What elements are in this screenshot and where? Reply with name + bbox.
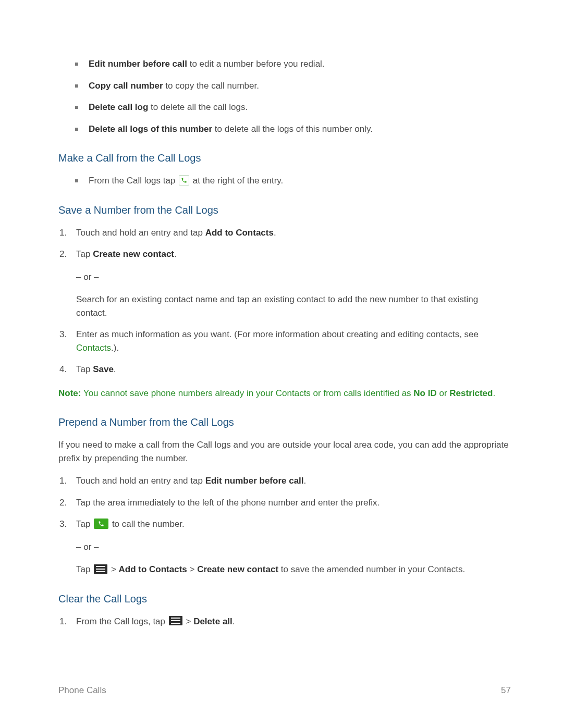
label-bold: Restricted [449, 388, 493, 398]
phone-handset-icon [179, 175, 189, 186]
text: Tap [76, 564, 93, 574]
text: You cannot save phone numbers already in… [81, 388, 413, 398]
text: Enter as much information as you want. (… [76, 329, 479, 339]
list-item: From the Call logs tap at the right of t… [74, 174, 511, 188]
list-item: Tap Create new contact. – or – Search fo… [59, 248, 511, 319]
menu-icon [169, 616, 182, 625]
label-bold: Edit number before call [205, 476, 304, 486]
list-item: Delete call log to delete all the call l… [74, 101, 511, 114]
list-item: Touch and hold an entry and tap Edit num… [59, 474, 511, 488]
clear-steps: From the Call logs, tap > Delete all. [59, 615, 511, 628]
label-bold: No ID [413, 388, 436, 398]
text: > [111, 564, 119, 574]
or-separator: – or – [76, 540, 511, 554]
label-rest: to delete all the logs of this number on… [212, 124, 373, 134]
text: Touch and hold an entry and tap [76, 228, 205, 238]
text: or [437, 388, 450, 398]
heading-make-call: Make a Call from the Call Logs [58, 150, 511, 166]
text: to call the number. [112, 519, 185, 529]
document-page: Edit number before call to edit a number… [0, 0, 563, 728]
label-bold: Delete all [193, 616, 232, 626]
heading-prepend: Prepend a Number from the Call Logs [58, 414, 511, 430]
prepend-steps: Touch and hold an entry and tap Edit num… [59, 474, 511, 576]
label-bold: Create new contact [93, 249, 174, 259]
text: .). [111, 343, 119, 353]
note-block: Note: You cannot save phone numbers alre… [58, 387, 511, 400]
text: Tap [76, 249, 93, 259]
list-item: From the Call logs, tap > Delete all. [59, 615, 511, 628]
text: From the Call logs, tap [76, 616, 168, 626]
make-call-steps: From the Call logs tap at the right of t… [74, 174, 511, 188]
list-item: Tap the area immediately to the left of … [59, 496, 511, 510]
list-item: Delete all logs of this number to delete… [74, 122, 511, 136]
list-item: Touch and hold an entry and tap Add to C… [59, 226, 511, 240]
note-label: Note: [58, 388, 81, 398]
list-item: Edit number before call to edit a number… [74, 57, 511, 71]
alt-description: Search for an existing contact name and … [76, 293, 511, 319]
label-bold: Delete call log [89, 102, 148, 112]
heading-clear: Clear the Call Logs [58, 591, 511, 607]
page-footer: Phone Calls 57 [58, 684, 511, 697]
text: > [187, 564, 197, 574]
label-bold: Delete all logs of this number [89, 124, 212, 134]
footer-section: Phone Calls [58, 684, 106, 697]
footer-page-number: 57 [501, 684, 511, 697]
label-rest: to delete all the call logs. [148, 102, 248, 112]
label-rest: to edit a number before you redial. [187, 59, 325, 69]
label-bold: Save [93, 364, 114, 374]
label-bold: Add to Contacts [205, 228, 274, 238]
list-item: Copy call number to copy the call number… [74, 79, 511, 93]
text: > [186, 616, 193, 626]
list-item: Enter as much information as you want. (… [59, 328, 511, 354]
text: to save the amended number in your Conta… [278, 564, 465, 574]
label-bold: Add to Contacts [119, 564, 187, 574]
text: Touch and hold an entry and tap [76, 476, 205, 486]
save-number-steps: Touch and hold an entry and tap Add to C… [59, 226, 511, 376]
menu-icon [94, 564, 107, 574]
text: . [232, 616, 235, 626]
text: Tap the area immediately to the left of … [76, 498, 380, 508]
or-separator: – or – [76, 270, 511, 284]
heading-save-number: Save a Number from the Call Logs [58, 202, 511, 218]
text: Tap [76, 519, 93, 529]
list-item: Tap to call the number. – or – Tap > Add… [59, 517, 511, 576]
text: . [304, 476, 307, 486]
label-bold: Copy call number [89, 81, 163, 91]
text: . [174, 249, 177, 259]
text: at the right of the entry. [193, 176, 284, 186]
text: . [274, 228, 276, 238]
alt-flow: Tap > Add to Contacts > Create new conta… [76, 563, 511, 576]
label-rest: to copy the call number. [163, 81, 259, 91]
prepend-intro: If you need to make a call from the Call… [58, 438, 511, 465]
text: . [493, 388, 495, 398]
label-bold: Edit number before call [89, 59, 187, 69]
contacts-link[interactable]: Contacts [76, 343, 111, 353]
call-button-icon [94, 519, 108, 529]
context-menu-options: Edit number before call to edit a number… [74, 57, 511, 135]
list-item: Tap Save. [59, 363, 511, 376]
text: From the Call logs tap [89, 176, 178, 186]
label-bold: Create new contact [197, 564, 278, 574]
text: Tap [76, 364, 93, 374]
text: . [114, 364, 116, 374]
